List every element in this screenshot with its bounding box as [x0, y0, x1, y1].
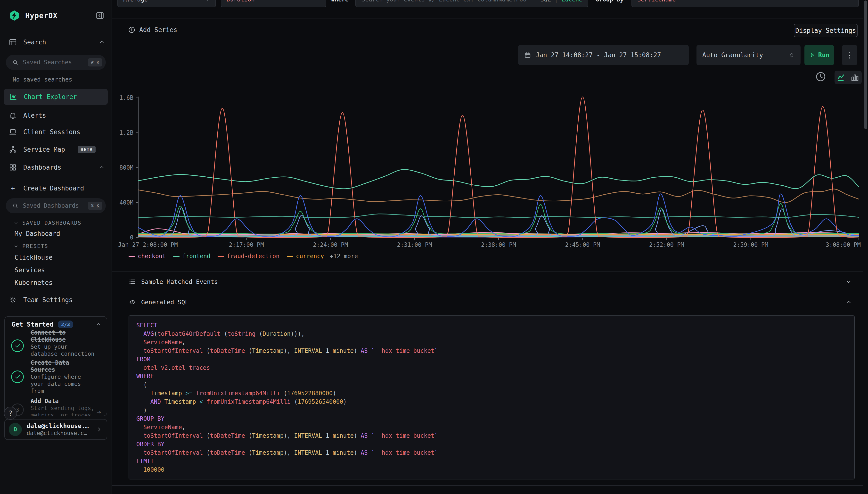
logo-row: HyperDX — [9, 9, 104, 22]
legend-item-frontend[interactable]: frontend — [173, 253, 211, 260]
app-title: HyperDX — [25, 12, 90, 20]
sql-line: GROUP BY — [136, 415, 847, 423]
shortcut-badge: ⌘ K — [88, 202, 102, 210]
dashboard-item-my-dashboard[interactable]: My Dashboard — [15, 230, 60, 237]
lucene-search-box[interactable]: SQL | Lucene — [355, 0, 588, 7]
time-format-button[interactable] — [815, 71, 826, 83]
laptop-icon — [9, 128, 17, 136]
help-button[interactable]: ? — [4, 407, 17, 420]
aggregation-select[interactable]: Average — [117, 0, 216, 7]
user-name: dale@clickhouse.… — [27, 422, 89, 430]
add-series-button[interactable]: Add Series — [128, 26, 177, 34]
sql-line: 100000 — [136, 466, 847, 474]
progress-badge: 2/3 — [58, 321, 73, 328]
scrollbar-thumb[interactable] — [864, 0, 867, 129]
sql-line: otel_v2.otel_traces — [136, 364, 847, 372]
y-tick-label: 1.2B — [114, 129, 133, 136]
granularity-select[interactable]: Auto Granularity — [696, 45, 801, 65]
sidebar: HyperDX Search ⌘ K No saved searches Cha… — [0, 0, 112, 494]
plus-circle-icon — [128, 26, 135, 34]
bar-chart-icon[interactable] — [850, 73, 860, 82]
series-frontend — [138, 170, 859, 189]
chevron-down-icon[interactable] — [845, 278, 852, 285]
chevron-right-icon — [96, 426, 102, 433]
chevron-up-icon[interactable] — [99, 165, 105, 170]
group-by-input[interactable]: ServiceName — [632, 0, 859, 7]
get-started-header[interactable]: Get Started 2/3 — [12, 321, 101, 328]
x-tick-label: 2:17:00 PM — [229, 242, 264, 248]
service-map-icon — [9, 145, 17, 154]
date-range-picker[interactable]: Jan 27 14:08:27 - Jan 27 15:08:27 — [518, 45, 689, 65]
presets-header[interactable]: PRESETS — [14, 243, 48, 249]
sidebar-item-team-settings[interactable]: Team Settings — [9, 294, 105, 306]
kebab-icon: ⋮ — [846, 51, 853, 59]
sidebar-item-label: Search — [23, 39, 46, 46]
series-recommendation — [138, 214, 859, 217]
sql-line: WHERE — [136, 372, 847, 381]
task-desc: Set up your database connection — [31, 343, 96, 357]
plus-icon: + — [9, 184, 17, 192]
query-toolbar: Average Duration Where SQL | Lucene Grou… — [112, 0, 863, 18]
sql-code-block[interactable]: SELECT AVG(toFloat64OrDefault (toString … — [129, 316, 855, 479]
saved-searches-input[interactable] — [22, 59, 84, 66]
sidebar-collapse-icon[interactable] — [96, 11, 104, 20]
create-dashboard-button[interactable]: + Create Dashboard — [9, 183, 105, 194]
x-tick-label: 2:52:00 PM — [649, 242, 684, 248]
sql-line: LIMIT — [136, 457, 847, 466]
series-ad — [138, 189, 859, 203]
play-icon — [809, 52, 815, 58]
sidebar-item-label: Team Settings — [23, 296, 73, 304]
preset-item-services[interactable]: Services — [15, 266, 45, 274]
sidebar-item-label: Service Map — [23, 146, 65, 153]
sidebar-item-chart-explorer[interactable]: Chart Explorer — [4, 89, 108, 105]
sidebar-item-client-sessions[interactable]: Client Sessions — [9, 126, 105, 138]
saved-dashboards-input[interactable] — [22, 202, 84, 209]
scrollbar[interactable] — [863, 0, 868, 494]
x-tick-label: 2:59:00 PM — [733, 242, 768, 248]
sql-line: FROM — [136, 355, 847, 364]
y-tick-label: 800M — [114, 164, 133, 171]
sql-line: toStartOfInterval (toDateTime (Timestamp… — [136, 432, 847, 440]
sidebar-item-label: Alerts — [23, 112, 46, 119]
saved-searches-search[interactable]: ⌘ K — [6, 55, 106, 70]
legend-item-fraud-detection[interactable]: fraud-detection — [218, 253, 279, 260]
y-tick-label: 1.6B — [114, 94, 133, 101]
query-language-toggle[interactable]: SQL | Lucene — [540, 0, 582, 3]
code-icon — [129, 299, 136, 306]
sql-line: toStartOfInterval (toDateTime (Timestamp… — [136, 449, 847, 457]
x-tick-label: 2:45:00 PM — [565, 242, 600, 248]
legend-label: checkout — [138, 253, 166, 260]
legend-item-currency[interactable]: currency — [287, 253, 324, 260]
x-tick-label: 2:31:00 PM — [397, 242, 432, 248]
x-tick-label: 2:38:00 PM — [481, 242, 516, 248]
user-menu[interactable]: D dale@clickhouse.… dale@clickhouse.c… — [4, 419, 107, 440]
sidebar-item-alerts[interactable]: Alerts — [9, 110, 105, 121]
sample-events-section[interactable]: Sample Matched Events — [112, 271, 863, 292]
run-button[interactable]: Run — [805, 45, 834, 65]
saved-dashboards-header[interactable]: SAVED DASHBOARDS — [14, 220, 81, 226]
field-input[interactable]: Duration — [221, 0, 326, 7]
main-content: Average Duration Where SQL | Lucene Grou… — [112, 0, 863, 494]
chart-type-toggle — [834, 71, 862, 84]
x-tick-label: 2:24:00 PM — [313, 242, 348, 248]
timeseries-chart[interactable] — [136, 95, 861, 241]
legend-more-link[interactable]: +12 more — [330, 253, 358, 260]
display-settings-button[interactable]: Display Settings — [794, 24, 857, 37]
legend-item-checkout[interactable]: checkout — [129, 253, 166, 260]
chevron-up-icon[interactable] — [99, 39, 105, 45]
line-chart-icon[interactable] — [837, 73, 846, 82]
sidebar-item-service-map[interactable]: Service Map BETA — [9, 144, 105, 155]
lucene-search-input[interactable] — [361, 0, 540, 3]
sidebar-item-search[interactable]: Search — [9, 36, 105, 48]
more-options-button[interactable]: ⋮ — [842, 45, 857, 65]
preset-item-clickhouse[interactable]: ClickHouse — [15, 254, 53, 261]
divider — [112, 485, 863, 486]
generated-sql-section[interactable]: Generated SQL — [112, 292, 863, 312]
preset-item-kubernetes[interactable]: Kubernetes — [15, 279, 53, 286]
sidebar-item-dashboards[interactable]: Dashboards — [9, 162, 105, 173]
chart-legend: checkoutfrontendfraud-detectioncurrency+… — [129, 253, 358, 260]
chevron-up-icon[interactable] — [845, 299, 852, 305]
saved-dashboards-search[interactable]: ⌘ K — [6, 198, 106, 213]
chevron-up-icon[interactable] — [96, 322, 101, 327]
x-tick-label: Jan 27 2:08:00 PM — [118, 242, 178, 248]
